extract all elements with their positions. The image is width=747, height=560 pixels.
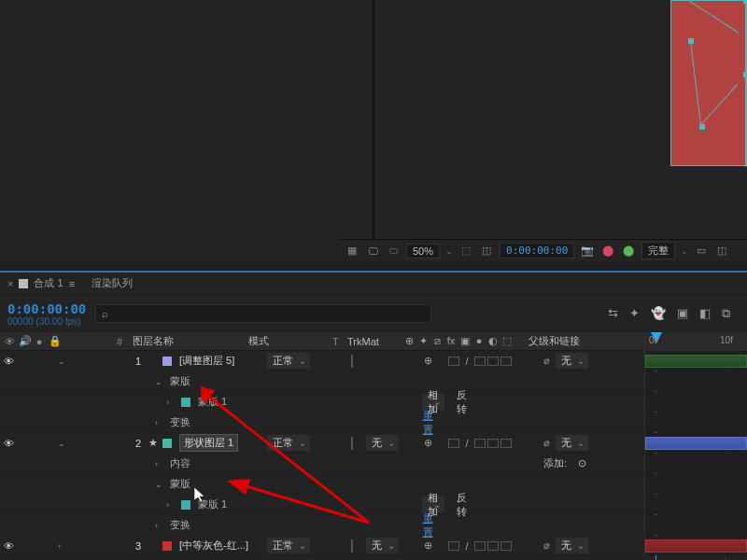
mask-color-swatch[interactable] [181, 398, 190, 407]
layer-row[interactable]: 👁⌄1[调整图层 5]正常⊕/⌀无 [0, 351, 747, 371]
add-label: 添加: [543, 456, 567, 470]
tab-comp-1[interactable]: × 合成 1 ≡ [7, 276, 75, 290]
graph-icon[interactable]: ⧉ [722, 306, 730, 321]
twisty-icon[interactable]: › [155, 521, 166, 530]
preview-pane-left[interactable] [0, 0, 374, 261]
col-mode[interactable]: 模式 [248, 334, 332, 348]
eye-icon[interactable]: 👁 [4, 540, 17, 552]
preserve-transparency[interactable] [351, 437, 353, 450]
monitor-icon[interactable]: 🖵 [365, 245, 380, 258]
twisty-icon[interactable]: ⌄ [155, 377, 166, 386]
preserve-transparency[interactable] [351, 539, 353, 553]
draft3d-icon[interactable]: ▣ [677, 306, 688, 321]
view2-icon[interactable]: ◫ [714, 245, 729, 258]
channel-icon-2[interactable]: ⬤ [621, 245, 636, 258]
tab-label: 合成 1 [34, 276, 63, 290]
property-row[interactable]: ⌄蒙版 [0, 371, 747, 392]
property-row[interactable]: ›内容添加:⊙ [0, 454, 747, 474]
trkmat-dropdown[interactable]: 无 [366, 538, 399, 553]
col-parent[interactable]: 父级和链接 [525, 334, 644, 348]
view1-icon[interactable]: ▭ [694, 245, 709, 258]
twisty-icon[interactable]: › [155, 418, 166, 427]
current-timecode[interactable]: 0:00:00:00 [7, 301, 86, 316]
eye-icon[interactable]: 👁 [4, 438, 17, 449]
twisty-icon[interactable]: ⌄ [155, 480, 166, 489]
speaker-header-icon[interactable]: 🔊 [19, 335, 30, 347]
roi-icon[interactable]: ⬚ [458, 245, 473, 258]
layer-color-swatch [162, 541, 172, 551]
resolution-dropdown[interactable]: 完整 [641, 242, 675, 259]
comp-flow-icon[interactable]: ⇆ [608, 306, 618, 321]
time-ruler[interactable]: 0f 10f [644, 332, 747, 351]
layer-name[interactable]: 形状图层 1 [179, 434, 238, 452]
tab-menu-icon[interactable]: ≡ [69, 278, 75, 289]
eye-icon[interactable]: 👁 [4, 356, 17, 367]
layer-number: 3 [129, 540, 148, 552]
property-group-label: 变换 [170, 518, 190, 532]
comp-shape-red[interactable] [670, 0, 747, 166]
wand-icon[interactable]: ✦ [629, 306, 640, 321]
col-trkmat[interactable]: TrkMat [347, 336, 403, 347]
lock-header-icon[interactable]: 🔒 [49, 335, 60, 347]
parent-dropdown[interactable]: 无 [556, 353, 588, 369]
mask-toggle-icon[interactable]: ⬭ [386, 245, 401, 258]
layer-name[interactable]: [调整图层 5] [179, 354, 234, 368]
property-group-label: 蒙版 [170, 477, 190, 491]
parent-dropdown[interactable]: 无 [556, 538, 588, 553]
twisty-icon[interactable]: ⌄ [58, 439, 69, 448]
transparency-icon[interactable]: ◫ [479, 245, 494, 258]
timeline-tabs: × 合成 1 ≡ 渲染队列 [0, 273, 747, 295]
frame-blend-icon[interactable]: ◧ [699, 306, 711, 321]
search-input[interactable]: ⌕ [95, 304, 431, 323]
layer-name[interactable]: [中等灰色-红...] [179, 539, 248, 553]
col-number[interactable]: # [110, 336, 129, 347]
layer-bar[interactable] [645, 355, 747, 368]
channel-icon[interactable]: ⬤ [600, 245, 615, 258]
add-button-icon[interactable]: ⊙ [578, 457, 586, 469]
grid-icon[interactable]: ▦ [345, 245, 359, 258]
pickwhip-icon[interactable]: ⌀ [543, 539, 550, 552]
twisty-icon[interactable]: › [166, 500, 177, 510]
preview-pane-right[interactable] [374, 0, 747, 261]
mask-mode-dropdown[interactable]: 相加 [422, 497, 444, 512]
blend-mode-dropdown[interactable]: 正常 [267, 353, 310, 369]
layer-row[interactable]: 👁⌄2★形状图层 1正常无⊕/⌀无 [0, 433, 747, 454]
property-row[interactable]: ⌄蒙版 [0, 474, 747, 495]
blend-mode-dropdown[interactable]: 正常 [267, 538, 310, 553]
parent-dropdown[interactable]: 无 [556, 435, 588, 451]
twisty-icon[interactable]: ⌄ [58, 357, 69, 366]
property-row[interactable]: ›变换重置 [0, 413, 747, 433]
twisty-icon[interactable]: › [155, 459, 166, 469]
col-t[interactable]: T [332, 336, 347, 347]
mask-mode-dropdown[interactable]: 相加 [422, 394, 444, 410]
layer-bar[interactable] [645, 539, 747, 553]
twisty-icon[interactable]: › [166, 398, 177, 407]
mask-name[interactable]: 蒙版 1 [198, 497, 227, 511]
property-group-label: 变换 [170, 415, 190, 429]
solo-header-icon[interactable]: ● [34, 336, 45, 347]
property-row[interactable]: ›蒙版 1相加反转 [0, 495, 747, 515]
timeline-header: 0:00:00:00 00000 (30.00 fps) ⌕ ⇆ ✦ 👻 ▣ ◧… [0, 295, 747, 332]
layer-bar[interactable] [645, 437, 747, 450]
col-layer-name[interactable]: 图层名称 [129, 334, 248, 348]
pickwhip-icon[interactable]: ⌀ [543, 355, 550, 367]
zoom-dropdown[interactable]: 50% [406, 244, 440, 259]
pickwhip-icon[interactable]: ⌀ [543, 437, 550, 449]
mask-name[interactable]: 蒙版 1 [198, 395, 227, 409]
layer-row[interactable]: 👁›3[中等灰色-红...]正常无⊕/⌀无 [0, 536, 747, 556]
property-row[interactable]: ›变换重置 [0, 515, 747, 536]
layer-rows: 👁⌄1[调整图层 5]正常⊕/⌀无⌄蒙版›蒙版 1相加反转›变换重置👁⌄2★形状… [0, 351, 747, 556]
property-row[interactable]: ›蒙版 1相加反转 [0, 392, 747, 413]
preview-timecode[interactable]: 0:00:00:00 [500, 243, 574, 259]
shy-icon[interactable]: 👻 [651, 306, 666, 321]
preserve-transparency[interactable] [351, 355, 353, 368]
tab-render-queue[interactable]: 渲染队列 [92, 276, 133, 290]
mask-color-swatch[interactable] [181, 500, 190, 510]
twisty-icon[interactable]: › [58, 541, 69, 551]
blend-mode-dropdown[interactable]: 正常 [267, 435, 310, 451]
layer-color-swatch [162, 439, 172, 448]
trkmat-dropdown[interactable]: 无 [366, 435, 399, 451]
close-icon[interactable]: × [7, 278, 13, 289]
snapshot-icon[interactable]: 📷 [580, 245, 595, 258]
eye-header-icon[interactable]: 👁 [4, 336, 15, 347]
